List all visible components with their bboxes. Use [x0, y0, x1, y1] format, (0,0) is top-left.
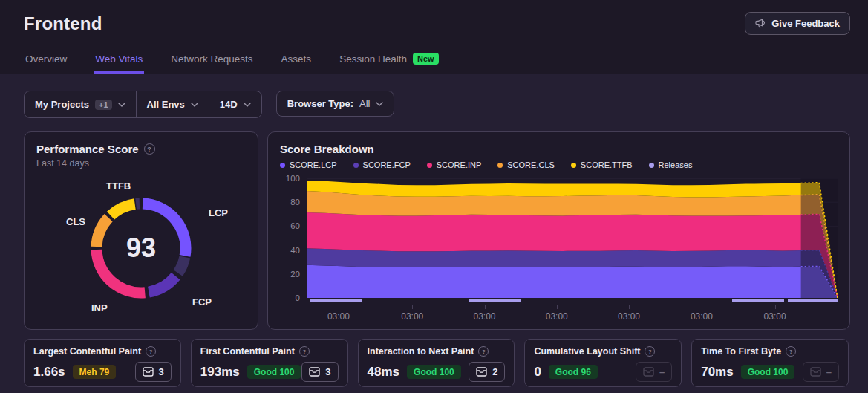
give-feedback-label: Give Feedback [771, 18, 840, 29]
release-bar[interactable] [469, 299, 521, 302]
score-status-badge: Good 96 [549, 365, 598, 379]
x-axis-line [307, 305, 838, 310]
card-title: Cumulative Layout Shift [534, 346, 640, 357]
card-title: Interaction to Next Paint [368, 346, 474, 357]
card-title-row: Time To First Byte ? [701, 346, 839, 357]
card-first-contentful-paint[interactable]: First Contentful Paint ? 193ms Good 100 … [191, 339, 348, 387]
score-status-badge: Meh 79 [73, 365, 117, 379]
legend-item-inp[interactable]: SCORE.INP [427, 160, 482, 169]
legend-dot [649, 163, 654, 168]
release-track [307, 299, 838, 303]
ring-label-fcp: FCP [192, 296, 212, 308]
frontend-insights-page: Frontend Give Feedback Overview Web Vita… [0, 0, 868, 393]
new-badge: New [413, 53, 439, 65]
projects-filter[interactable]: My Projects +1 [25, 91, 136, 117]
card-title: First Contentful Paint [200, 346, 295, 357]
chevron-down-icon [118, 103, 125, 107]
ring-label-ttfb: TTFB [106, 181, 131, 192]
card-time-to-first-byte[interactable]: Time To First Byte ? 70ms Good 100 – [691, 339, 849, 387]
release-bar[interactable] [310, 299, 362, 302]
tab-label: Network Requests [171, 53, 252, 65]
ring-label-lcp: LCP [209, 207, 228, 218]
legend-label: SCORE.INP [437, 160, 482, 169]
legend-item-lcp[interactable]: SCORE.LCP [280, 160, 337, 169]
browser-type-filter[interactable]: Browser Type: All [276, 91, 395, 117]
date-range-filter[interactable]: 14D [209, 91, 261, 117]
card-title-row: First Contentful Paint ? [200, 346, 339, 357]
card-title: Largest Contentful Paint [33, 346, 141, 357]
score-status-badge: Good 100 [407, 365, 461, 379]
environments-filter[interactable]: All Envs [136, 91, 209, 117]
legend-label: Releases [659, 160, 693, 169]
issues-count-button[interactable]: 3 [135, 362, 172, 382]
performance-score-ring-wrap: 93 TTFB LCP CLS FCP INP [36, 173, 246, 325]
release-bar[interactable] [732, 299, 784, 302]
legend-item-releases[interactable]: Releases [649, 160, 693, 169]
card-value-row: 0 Good 96 – [534, 362, 672, 382]
chart-legend: SCORE.LCP SCORE.FCP SCORE.INP SCORE.CLS … [280, 160, 838, 169]
legend-item-fcp[interactable]: SCORE.FCP [353, 160, 411, 169]
performance-score-panel: Performance Score ? Last 14 days 93 TTFB… [24, 131, 258, 330]
card-largest-contentful-paint[interactable]: Largest Contentful Paint ? 1.66s Meh 79 … [24, 339, 181, 387]
help-icon[interactable]: ? [146, 346, 156, 357]
help-icon[interactable]: ? [144, 143, 155, 155]
help-icon[interactable]: ? [478, 346, 489, 357]
web-vitals-cards-row: Largest Contentful Paint ? 1.66s Meh 79 … [24, 339, 849, 387]
score-breakdown-panel: Score Breakdown SCORE.LCP SCORE.FCP SCOR… [267, 131, 850, 330]
ring-label-cls: CLS [66, 216, 85, 227]
help-icon[interactable]: ? [786, 346, 796, 357]
tab-bar: Overview Web Vitals Network Requests Ass… [24, 53, 440, 74]
tab-network-requests[interactable]: Network Requests [169, 53, 254, 74]
performance-score-title: Performance Score [36, 143, 139, 155]
score-status-badge: Good 100 [741, 365, 795, 379]
tab-web-vitals[interactable]: Web Vitals [94, 53, 144, 74]
x-axis-labels: 03:0003:0003:0003:0003:0003:0003:00 [307, 311, 838, 323]
tab-label: Session Health [339, 53, 407, 65]
card-title-row: Interaction to Next Paint ? [368, 346, 506, 357]
legend-label: SCORE.LCP [290, 160, 337, 169]
projects-extra-count: +1 [95, 100, 112, 110]
card-cumulative-layout-shift[interactable]: Cumulative Layout Shift ? 0 Good 96 – [524, 339, 682, 387]
browser-type-label: Browser Type: [287, 98, 353, 109]
tab-overview[interactable]: Overview [24, 53, 68, 74]
card-value-row: 70ms Good 100 – [701, 362, 839, 382]
chevron-down-icon [191, 103, 198, 107]
issues-count-button[interactable]: 3 [301, 362, 338, 382]
tab-assets[interactable]: Assets [280, 53, 313, 74]
performance-score-title-row: Performance Score ? [36, 143, 246, 155]
legend-label: SCORE.FCP [363, 160, 411, 169]
legend-dot [497, 163, 503, 168]
legend-dot [427, 163, 432, 168]
y-axis-labels: 020406080100 [280, 178, 304, 298]
give-feedback-button[interactable]: Give Feedback [745, 12, 850, 35]
issues-count-button: – [636, 362, 672, 382]
issues-count-button[interactable]: 2 [469, 362, 505, 382]
ring-label-inp: INP [91, 302, 108, 314]
card-title-row: Cumulative Layout Shift ? [534, 346, 672, 357]
legend-item-ttfb[interactable]: SCORE.TTFB [571, 160, 633, 169]
score-breakdown-chart-area: 020406080100 03:0003:0003:0003:0003:0003… [280, 178, 838, 323]
issues-count: 3 [159, 366, 164, 377]
issues-count-button: – [803, 362, 839, 382]
legend-dot [353, 163, 359, 168]
tab-label: Web Vitals [95, 53, 143, 65]
plot-column: 03:0003:0003:0003:0003:0003:0003:00 [307, 178, 838, 323]
legend-label: SCORE.CLS [507, 160, 555, 169]
performance-score-ring[interactable] [78, 185, 204, 311]
browser-type-value: All [359, 98, 370, 109]
filter-bar: My Projects +1 All Envs 14D Browser T [24, 91, 850, 118]
page-title: Frontend [0, 0, 868, 34]
card-title-row: Largest Contentful Paint ? [33, 346, 172, 357]
page-filter-group: My Projects +1 All Envs 14D [24, 91, 262, 118]
legend-dot [571, 163, 576, 168]
release-bar[interactable] [788, 299, 838, 302]
tab-session-health[interactable]: Session Health New [338, 53, 440, 74]
issues-count: 3 [325, 366, 330, 377]
help-icon[interactable]: ? [299, 346, 310, 357]
score-status-badge: Good 100 [247, 365, 301, 379]
score-breakdown-chart[interactable] [307, 178, 838, 298]
help-icon[interactable]: ? [645, 346, 655, 357]
legend-item-cls[interactable]: SCORE.CLS [497, 160, 555, 169]
projects-filter-label: My Projects [35, 99, 89, 110]
card-interaction-to-next-paint[interactable]: Interaction to Next Paint ? 48ms Good 10… [358, 339, 515, 387]
